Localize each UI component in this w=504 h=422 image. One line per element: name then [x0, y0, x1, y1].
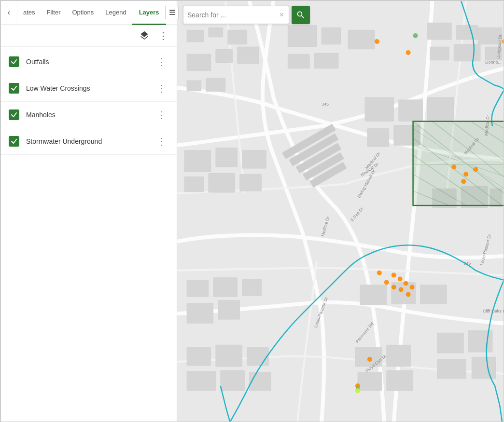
tab-bar: ‹ ates Filter Options Legend [1, 1, 177, 25]
svg-point-100 [463, 172, 468, 177]
layer-checkbox-low-water-crossings[interactable] [9, 83, 19, 94]
svg-rect-6 [238, 47, 259, 64]
search-input-wrap: × [183, 6, 289, 24]
svg-rect-22 [242, 150, 266, 168]
svg-point-102 [461, 179, 466, 184]
svg-rect-25 [240, 174, 262, 191]
svg-point-92 [406, 50, 411, 55]
svg-point-123 [355, 388, 360, 393]
search-go-btn[interactable] [292, 6, 310, 24]
svg-rect-23 [184, 177, 204, 192]
layer-name-manholes: Manholes [26, 111, 148, 119]
svg-rect-13 [314, 53, 338, 68]
svg-rect-27 [399, 100, 423, 122]
svg-text:Donno...: Donno... [485, 60, 502, 65]
svg-rect-20 [184, 150, 211, 172]
svg-rect-11 [348, 30, 375, 49]
svg-rect-38 [242, 279, 262, 296]
map-area[interactable]: × [177, 1, 504, 422]
svg-rect-7 [187, 81, 201, 91]
svg-rect-50 [187, 371, 216, 391]
svg-rect-24 [209, 173, 235, 192]
tab-collapse-btn[interactable]: ‹ [1, 1, 17, 25]
layer-item-manholes[interactable]: Manholes ⋮ [1, 102, 177, 128]
svg-rect-59 [358, 372, 382, 391]
sidebar-toolbar: ⋮ [1, 25, 177, 47]
svg-rect-8 [206, 78, 225, 92]
search-input[interactable] [187, 11, 279, 19]
svg-rect-43 [420, 285, 447, 304]
layer-menu-manholes[interactable]: ⋮ [155, 110, 169, 120]
svg-point-113 [367, 357, 372, 362]
layer-item-stormwater-underground[interactable]: Stormwater Underground ⋮ [1, 128, 177, 155]
search-bar: × [183, 6, 310, 24]
tab-options[interactable]: Options [66, 1, 99, 25]
app-container: ☰ ‹ ates Filter [0, 0, 504, 422]
svg-text:345: 345 [322, 102, 329, 107]
svg-rect-51 [221, 370, 245, 391]
svg-point-109 [398, 277, 403, 282]
layer-checkbox-outfalls[interactable] [9, 56, 19, 67]
svg-rect-47 [187, 347, 211, 366]
svg-rect-5 [216, 49, 233, 63]
svg-rect-18 [454, 44, 480, 61]
svg-rect-49 [247, 347, 269, 366]
svg-rect-40 [218, 300, 240, 319]
svg-rect-17 [430, 47, 449, 60]
layer-item-outfalls[interactable]: Outfalls ⋮ [1, 49, 177, 75]
svg-point-103 [377, 271, 382, 275]
svg-rect-55 [437, 359, 466, 379]
sidebar-header-icon[interactable]: ☰ [165, 6, 179, 19]
svg-rect-12 [288, 54, 309, 68]
layer-item-low-water-crossings[interactable]: Low Water Crossings ⋮ [1, 75, 177, 102]
svg-point-110 [404, 281, 408, 286]
map-canvas: Datapoint Dr Medical Dr Medical Dr Louis… [177, 1, 504, 422]
more-options-btn[interactable]: ⋮ [157, 29, 170, 42]
svg-point-111 [410, 285, 415, 290]
tab-layers[interactable]: Layers [132, 1, 166, 25]
svg-point-105 [392, 285, 396, 290]
svg-point-101 [473, 167, 478, 172]
svg-rect-52 [250, 372, 271, 391]
svg-rect-9 [288, 25, 317, 47]
svg-text:345: 345 [463, 261, 471, 266]
svg-rect-36 [187, 280, 209, 297]
svg-rect-54 [468, 330, 492, 352]
svg-text:Cliff Oaks Dr: Cliff Oaks Dr [483, 309, 504, 313]
svg-rect-15 [456, 25, 478, 40]
svg-point-91 [375, 39, 379, 44]
svg-rect-39 [187, 303, 213, 323]
layers-stack-btn[interactable] [138, 29, 151, 42]
svg-rect-1 [187, 30, 204, 42]
svg-point-104 [384, 280, 389, 285]
svg-rect-10 [322, 27, 341, 44]
svg-point-106 [399, 287, 404, 292]
search-icon [296, 10, 306, 20]
svg-point-107 [406, 292, 411, 297]
layer-menu-stormwater-underground[interactable]: ⋮ [155, 136, 169, 146]
layer-menu-outfalls[interactable]: ⋮ [155, 57, 169, 67]
svg-point-118 [413, 33, 418, 38]
tab-legend[interactable]: Legend [99, 1, 132, 25]
svg-rect-58 [387, 345, 411, 367]
svg-rect-26 [365, 97, 394, 122]
layer-checkbox-stormwater-underground[interactable] [9, 136, 19, 147]
search-clear-btn[interactable]: × [279, 11, 285, 19]
layer-menu-low-water-crossings[interactable]: ⋮ [155, 83, 169, 93]
svg-rect-28 [427, 97, 454, 121]
svg-rect-2 [209, 27, 223, 37]
sidebar: ‹ ates Filter Options Legend [1, 1, 177, 422]
tab-ates[interactable]: ates [17, 1, 41, 25]
layer-name-low-water-crossings: Low Water Crossings [26, 84, 148, 92]
layer-checkbox-manholes[interactable] [9, 109, 19, 120]
layer-name-outfalls: Outfalls [26, 58, 148, 66]
svg-rect-21 [216, 148, 238, 167]
tab-filter[interactable]: Filter [41, 1, 67, 25]
svg-rect-56 [472, 357, 496, 379]
svg-rect-29 [367, 129, 389, 147]
svg-point-108 [392, 273, 396, 278]
svg-rect-4 [187, 54, 211, 71]
svg-rect-53 [437, 333, 463, 353]
svg-rect-3 [228, 30, 247, 44]
svg-rect-48 [216, 345, 242, 367]
